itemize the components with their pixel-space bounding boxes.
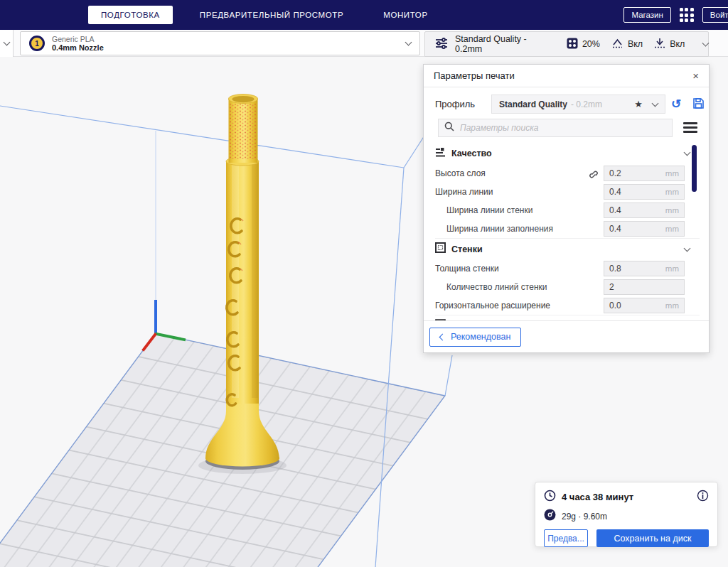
setting-value-box[interactable]: 0.8 mm — [604, 261, 685, 276]
configuration-toolbar: 1 Generic PLA 0.4mm Nozzle Standard Qual… — [0, 30, 728, 57]
save-to-disk-button[interactable]: Сохранить на диск — [596, 529, 709, 547]
setting-label: Ширина линии заполнения — [435, 224, 553, 234]
adhesion-icon — [654, 38, 665, 51]
setting-value: 0.0 — [609, 301, 621, 310]
search-input[interactable] — [460, 123, 666, 133]
settings-search — [438, 119, 673, 137]
material-name: Generic PLA — [52, 35, 104, 43]
chevron-down-icon — [3, 39, 10, 46]
print-time-estimate: 4 часа 38 минут — [562, 492, 633, 502]
support-state: Вкл — [628, 39, 643, 49]
material-usage-estimate: 29g · 9.60m — [562, 512, 607, 522]
settings-scrollbar[interactable] — [692, 145, 697, 192]
setting-value-box[interactable]: 0.2 mm — [604, 166, 685, 181]
setting-value: 0.8 — [609, 264, 621, 274]
setting-row-infill-line-width[interactable]: Ширина линии заполнения 0.4 mm — [435, 220, 700, 238]
setting-unit: mm — [665, 169, 679, 178]
print-settings-panel: Параметры печати × Профиль Standard Qual… — [423, 64, 710, 353]
setting-value: 2 — [609, 282, 614, 292]
setting-value-box[interactable]: 0.4 mm — [604, 221, 685, 237]
chevron-down-icon — [652, 99, 659, 107]
setting-label: Горизонтальное расширение — [435, 301, 550, 310]
setting-row-wall-thickness[interactable]: Толщина стенки 0.8 mm — [435, 259, 700, 278]
setting-label: Ширина линии — [435, 187, 493, 197]
preview-button[interactable]: Предва... — [544, 529, 588, 547]
setting-unit: mm — [665, 301, 679, 310]
save-profile-icon[interactable] — [692, 97, 705, 112]
setting-row-layer-height[interactable]: Высота слоя 0.2 mm — [435, 164, 700, 183]
profile-suffix: - 0.2mm — [571, 99, 602, 109]
setting-label: Количество линий стенки — [435, 282, 547, 292]
extruder-badge: 1 — [29, 36, 45, 51]
setting-row-horizontal-expansion[interactable]: Горизонтальное расширение 0.0 mm — [435, 296, 700, 315]
tab-preview[interactable]: ПРЕДВАРИТЕЛЬНЫЙ ПРОСМОТР — [180, 11, 363, 19]
setting-row-line-width[interactable]: Ширина линии 0.4 mm — [435, 183, 700, 201]
setting-unit: mm — [665, 264, 679, 273]
chevron-down-icon — [405, 39, 412, 46]
adhesion-state: Вкл — [670, 39, 685, 49]
link-icon — [587, 168, 599, 181]
settings-menu-icon[interactable] — [683, 120, 697, 134]
setting-row-wall-line-count[interactable]: Количество линий стенки 2 — [435, 278, 700, 296]
setting-row-wall-line-width[interactable]: Ширина линии стенки 0.4 mm — [435, 201, 700, 220]
profile-value: Standard Quality — [499, 99, 567, 109]
search-icon — [444, 122, 454, 134]
stage-tabs: ПОДГОТОВКА ПРЕДВАРИТЕЛЬНЫЙ ПРОСМОТР МОНИ… — [88, 6, 448, 24]
panel-title: Параметры печати — [434, 70, 515, 81]
tab-monitor[interactable]: МОНИТОР — [363, 11, 447, 19]
setting-value: 0.2 — [609, 168, 621, 178]
sliders-icon — [435, 38, 448, 51]
setting-value-box[interactable]: 0.4 mm — [604, 184, 685, 200]
nozzle-size: 0.4mm Nozzle — [52, 43, 104, 53]
marketplace-button[interactable]: Магазин — [623, 7, 670, 23]
section-quality[interactable]: Качество — [435, 143, 700, 164]
chevron-down-icon — [702, 40, 710, 47]
setting-label: Высота слоя — [435, 168, 486, 178]
print-settings-selector[interactable]: Standard Quality - 0.2mm 20% Вкл — [424, 31, 709, 57]
star-icon: ★ — [634, 99, 643, 109]
profile-dropdown[interactable]: Standard Quality - 0.2mm ★ — [491, 94, 665, 114]
setting-value: 0.4 — [609, 205, 621, 215]
profile-summary: Standard Quality - 0.2mm — [455, 34, 550, 54]
material-spool-icon — [544, 509, 556, 524]
settings-list: Качество Высота слоя 0.2 mm Ширина линии… — [424, 143, 700, 323]
recommended-label: Рекомендован — [451, 332, 510, 342]
clock-icon — [544, 490, 556, 504]
chevron-left-icon — [439, 333, 446, 340]
layer-height-icon — [435, 147, 446, 160]
setting-unit: mm — [665, 188, 679, 196]
setting-value: 0.4 — [609, 187, 621, 197]
walls-icon — [435, 242, 446, 256]
section-title: Стенки — [451, 244, 483, 254]
setting-value-box[interactable]: 2 — [604, 279, 685, 295]
infill-percentage: 20% — [582, 39, 600, 49]
print-job-card: 4 часа 38 минут 29g · 9.60m Предва... Со… — [535, 482, 718, 547]
chevron-down-icon — [684, 149, 691, 156]
applications-grid-icon[interactable] — [680, 8, 694, 22]
signin-button[interactable]: Войти — [702, 7, 728, 23]
setting-label: Ширина линии стенки — [435, 205, 532, 215]
section-walls[interactable]: Стенки — [435, 238, 700, 259]
top-navbar: ПОДГОТОВКА ПРЕДВАРИТЕЛЬНЫЙ ПРОСМОТР МОНИ… — [0, 0, 728, 30]
infill-icon — [567, 38, 578, 51]
tab-prepare[interactable]: ПОДГОТОВКА — [88, 6, 173, 24]
setting-value: 0.4 — [609, 224, 621, 234]
info-icon[interactable] — [697, 490, 709, 504]
reset-profile-icon[interactable]: ↺ — [671, 97, 681, 112]
setting-unit: mm — [665, 225, 679, 233]
collapse-selector-button[interactable] — [0, 30, 14, 57]
close-icon[interactable]: × — [692, 70, 699, 81]
section-title: Качество — [451, 148, 492, 158]
profile-label: Профиль — [435, 99, 475, 109]
setting-unit: mm — [665, 206, 679, 215]
setting-label: Толщина стенки — [435, 264, 499, 274]
setting-value-box[interactable]: 0.4 mm — [604, 202, 685, 218]
support-icon — [611, 38, 623, 51]
chevron-down-icon — [684, 244, 691, 252]
recommended-mode-button[interactable]: Рекомендован — [429, 328, 521, 347]
material-selector[interactable]: 1 Generic PLA 0.4mm Nozzle — [20, 31, 420, 55]
cura-app-window: { "topbar": { "tabs": [ { "label": "ПОДГ… — [0, 0, 728, 567]
setting-value-box[interactable]: 0.0 mm — [604, 298, 685, 313]
